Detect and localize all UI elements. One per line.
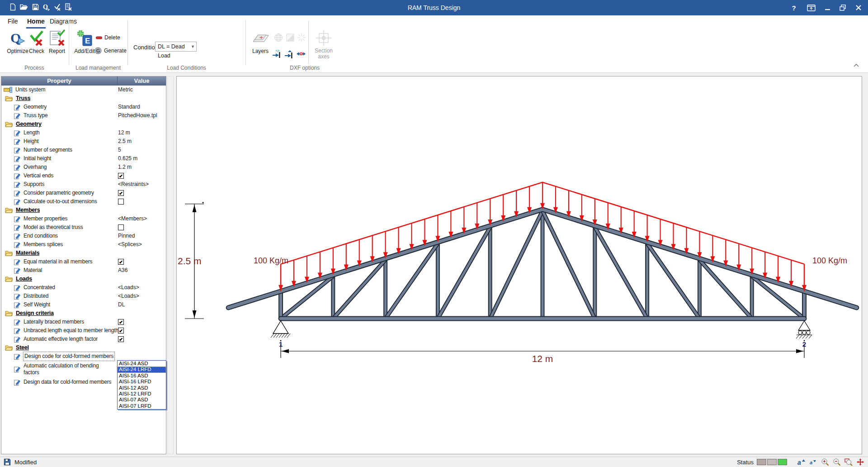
layers-button[interactable]: Layers xyxy=(248,28,273,54)
property-row[interactable]: Design code for cold-formed membersAISI-… xyxy=(1,352,166,361)
property-value[interactable]: ✔ xyxy=(118,189,124,197)
property-value[interactable] xyxy=(118,223,124,232)
checkbox[interactable]: ✔ xyxy=(118,336,124,342)
property-row[interactable]: Calculate out-to-out dimensions xyxy=(1,197,166,206)
checkbox[interactable] xyxy=(118,199,124,205)
property-value: <Splices> xyxy=(118,240,142,249)
property-row[interactable]: Truss typePitchedHowe.tpl xyxy=(1,111,166,120)
property-panel-scrollbar[interactable] xyxy=(167,76,174,454)
property-row[interactable]: Member properties<Members> xyxy=(1,214,166,223)
property-value[interactable]: ✔ xyxy=(118,335,124,343)
property-row[interactable]: Vertical ends✔ xyxy=(1,172,166,180)
property-row[interactable]: Length12 m xyxy=(1,129,166,137)
collapse-ribbon-icon[interactable] xyxy=(853,62,860,68)
dim-extend-down-icon[interactable] xyxy=(284,49,294,59)
dim-move-icon[interactable] xyxy=(296,49,306,59)
property-value[interactable] xyxy=(118,197,124,206)
check-button[interactable]: Check xyxy=(27,28,46,54)
property-value: <Restraints> xyxy=(118,180,149,189)
process-group-label: Process xyxy=(0,65,69,71)
dropdown-item[interactable]: AISI-07 LRFD xyxy=(118,403,166,409)
property-column-header[interactable]: Property xyxy=(1,76,118,86)
svg-text:a: a xyxy=(810,460,812,465)
property-row[interactable]: Laterally braced members✔ xyxy=(1,318,166,326)
property-row[interactable]: Consider parametric geometry✔ xyxy=(1,189,166,197)
tab-file[interactable]: File xyxy=(7,18,19,27)
value-column-header[interactable]: Value xyxy=(118,76,166,86)
checkbox[interactable] xyxy=(118,224,124,230)
property-label: Materials xyxy=(16,249,39,257)
category-row[interactable]: Design criteria xyxy=(1,309,166,318)
property-row[interactable]: End conditionsPinned xyxy=(1,232,166,240)
globe-icon xyxy=(274,33,283,43)
category-row[interactable]: Geometry xyxy=(1,120,166,129)
design-code-dropdown-list[interactable]: AISI-24 ASDAISI-24 LRFDAISI-16 ASDAISI-1… xyxy=(117,360,166,410)
dropdown-item[interactable]: AISI-12 ASD xyxy=(118,385,166,391)
truss-canvas[interactable]: 122.5 m12 m100 Kg/m100 Kg/m xyxy=(176,76,862,454)
tab-diagrams[interactable]: Diagrams xyxy=(49,18,78,27)
help-icon[interactable]: ? xyxy=(790,3,798,12)
category-row[interactable]: Loads xyxy=(1,275,166,283)
support-hatch xyxy=(799,335,802,338)
property-row[interactable]: Height2.5 m xyxy=(1,137,166,146)
category-row[interactable]: Materials xyxy=(1,249,166,257)
property-value[interactable]: ✔ xyxy=(118,326,124,335)
add-edit-button[interactable]: E Add/Edit xyxy=(73,28,96,54)
dropdown-item[interactable]: AISI-12 LRFD xyxy=(118,391,166,397)
property-row[interactable]: MaterialA36 xyxy=(1,266,166,275)
property-row[interactable]: Self WeightDL xyxy=(1,300,166,309)
pan-icon[interactable] xyxy=(856,458,864,466)
zoom-in-icon[interactable] xyxy=(821,458,829,466)
tab-home[interactable]: Home xyxy=(26,18,46,29)
dim-extend-up-icon[interactable] xyxy=(272,49,282,59)
condition-combobox[interactable]: DL = Dead Load ▼ xyxy=(155,42,197,52)
font-down-icon[interactable]: a xyxy=(809,458,817,466)
category-row[interactable]: Steel xyxy=(1,343,166,352)
property-row[interactable]: Concentrated<Loads> xyxy=(1,283,166,292)
property-row[interactable]: Model as theoretical truss xyxy=(1,223,166,232)
statusbar: Modified Status a a xyxy=(0,457,868,467)
restore-icon[interactable] xyxy=(840,5,846,11)
generate-button[interactable]: G Generate xyxy=(94,47,127,54)
property-row[interactable]: Equal material in all members✔ xyxy=(1,257,166,266)
close-icon[interactable] xyxy=(855,5,862,11)
checkbox[interactable]: ✔ xyxy=(118,319,124,325)
property-row[interactable]: GeometryStandard xyxy=(1,103,166,111)
font-up-icon[interactable]: a xyxy=(797,458,806,466)
edit-icon xyxy=(14,353,20,360)
property-value[interactable]: ✔ xyxy=(118,318,124,326)
property-row[interactable]: Automatic effective length factor✔ xyxy=(1,335,166,343)
property-label: Calculate out-to-out dimensions xyxy=(24,197,97,206)
zoom-out-icon[interactable] xyxy=(832,458,841,466)
dropdown-item[interactable]: AISI-24 ASD xyxy=(118,361,166,367)
checkbox[interactable]: ✔ xyxy=(118,173,124,179)
checkbox[interactable]: ✔ xyxy=(118,328,124,334)
delete-button[interactable]: Delete xyxy=(96,34,120,41)
property-row[interactable]: Number of segments5 xyxy=(1,146,166,154)
dropdown-item[interactable]: AISI-16 ASD xyxy=(118,373,166,379)
category-row[interactable]: Members xyxy=(1,206,166,214)
zoom-window-icon[interactable] xyxy=(844,458,853,466)
property-row[interactable]: Distributed<Loads> xyxy=(1,292,166,300)
dropdown-item[interactable]: AISI-07 ASD xyxy=(118,397,166,403)
property-row[interactable]: Initial height0.625 m xyxy=(1,154,166,163)
dropdown-item[interactable]: AISI-16 LRFD xyxy=(118,379,166,385)
checkbox[interactable]: ✔ xyxy=(118,190,124,196)
dropdown-item[interactable]: AISI-24 LRFD xyxy=(118,367,166,372)
checkbox[interactable]: ✔ xyxy=(118,259,124,265)
property-row[interactable]: Unbraced length equal to member length✔ xyxy=(1,326,166,335)
minimize-icon[interactable] xyxy=(825,5,830,11)
property-row[interactable]: Members splices<Splices> xyxy=(1,240,166,249)
section-axes-label: Section axes xyxy=(311,48,336,60)
pin-ribbon-icon[interactable] xyxy=(807,5,816,11)
edit-icon xyxy=(14,285,20,291)
property-row[interactable]: Overhang1.2 m xyxy=(1,163,166,172)
property-value[interactable]: ✔ xyxy=(118,172,124,180)
property-row[interactable]: Units systemMetric xyxy=(1,86,166,94)
property-value[interactable]: ✔ xyxy=(118,257,124,266)
property-row[interactable]: Supports<Restraints> xyxy=(1,180,166,189)
optimize-button[interactable]: Q Optimize xyxy=(5,28,30,54)
report-button[interactable]: Report xyxy=(46,28,68,54)
property-value: 2.5 m xyxy=(118,137,132,146)
category-row[interactable]: Truss xyxy=(1,94,166,103)
